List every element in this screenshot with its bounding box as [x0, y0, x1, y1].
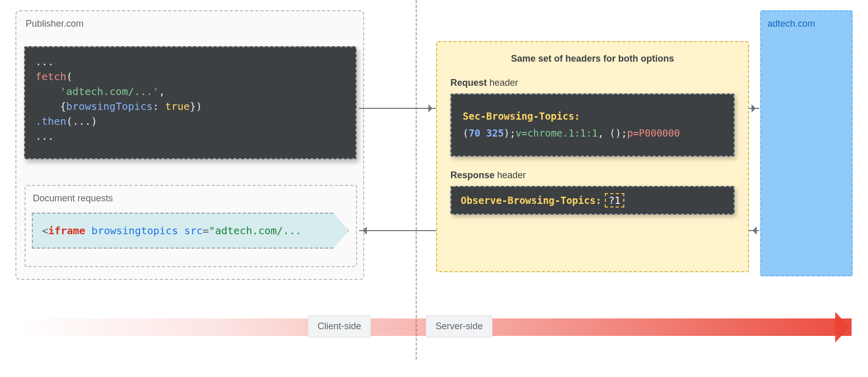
rb-semi2: ;: [621, 127, 627, 139]
arrow-publisher-to-headers: [359, 108, 436, 109]
iframe-open: <: [42, 224, 48, 237]
rb-v1: 70: [468, 127, 480, 139]
rb-vval: chrome.1:1:1: [527, 127, 598, 139]
rb-vkey: v=: [516, 127, 527, 139]
code-opt-key: browsingTopics: [66, 100, 153, 112]
code-fetch: fetch: [35, 70, 66, 83]
document-requests-title: Document requests: [33, 193, 113, 204]
code-then: .then: [35, 115, 66, 127]
arrow-headers-to-adtech: [749, 108, 759, 109]
code-brace: {: [60, 100, 66, 112]
server-side-label: Server-side: [426, 315, 492, 337]
response-header-strong: Response: [450, 170, 495, 180]
request-header-block: Sec-Browsing-Topics: (70 325);v=chrome.1…: [450, 93, 735, 157]
code-url: 'adtech.com/...': [60, 85, 159, 98]
code-paren-close: ): [196, 100, 202, 112]
arrow-headers-to-publisher: [359, 230, 436, 231]
iframe-src-value: "adtech.com/...: [209, 224, 302, 237]
iframe-tag-name: iframe: [48, 224, 85, 237]
code-ellipsis-2: ...: [35, 130, 54, 142]
adtech-title: adtech.com: [767, 18, 845, 29]
code-opt-val: true: [165, 100, 190, 112]
rb-v2: 325: [480, 127, 504, 139]
rb-semi: ;: [510, 127, 516, 139]
iframe-eq: =: [203, 224, 209, 237]
fetch-code-block: ... fetch( 'adtech.com/...', {browsingTo…: [24, 46, 357, 159]
code-paren: (: [66, 70, 72, 83]
code-colon: :: [153, 100, 159, 112]
code-ellipsis: ...: [35, 55, 54, 68]
request-header-name: Sec-Browsing-Topics:: [463, 110, 580, 122]
code-comma: ,: [159, 85, 165, 98]
headers-panel: Same set of headers for both options Req…: [436, 41, 749, 272]
rb-p2: ): [504, 127, 509, 139]
response-header-value: ?1: [609, 195, 621, 206]
response-header-rest: header: [495, 170, 526, 180]
rb-comma: ,: [598, 127, 603, 139]
publisher-title: Publisher.com: [26, 18, 84, 29]
client-side-label: Client-side: [308, 315, 371, 337]
iframe-attr-browsingtopics: browsingtopics: [91, 224, 178, 237]
rb-eopen: (: [604, 127, 616, 139]
request-header-label: Request header: [450, 78, 735, 88]
arrow-adtech-to-headers: [749, 230, 759, 231]
response-header-label: Response header: [450, 170, 735, 181]
adtech-panel: adtech.com: [760, 10, 853, 276]
response-header-block: Observe-Browsing-Topics: ?1: [450, 186, 735, 215]
request-header-strong: Request: [450, 78, 487, 88]
code-brace-close: }: [190, 100, 196, 112]
rb-pkey: p=: [627, 127, 639, 139]
code-then-args: (...): [66, 115, 97, 127]
rb-eclose: ): [616, 127, 621, 139]
iframe-attr-src: src: [184, 224, 203, 237]
response-header-value-box: ?1: [605, 193, 625, 208]
request-header-rest: header: [487, 78, 518, 88]
rb-pval: P000000: [639, 127, 680, 139]
iframe-tag-block: <iframe browsingtopics src="adtech.com/.…: [32, 213, 349, 249]
response-header-name: Observe-Browsing-Topics:: [461, 195, 602, 206]
client-server-divider: [416, 0, 417, 360]
headers-panel-title: Same set of headers for both options: [450, 53, 735, 64]
rb-p1: (: [463, 127, 468, 139]
